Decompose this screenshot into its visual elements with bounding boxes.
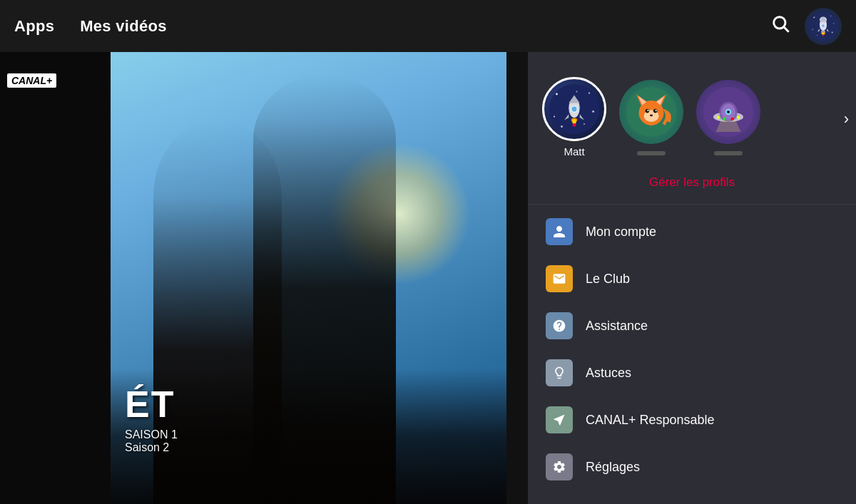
astuces-label: Astuces bbox=[586, 366, 631, 381]
svg-point-22 bbox=[592, 110, 594, 113]
svg-point-33 bbox=[572, 119, 576, 124]
menu-item-mon-compte[interactable]: Mon compte bbox=[528, 208, 856, 255]
nav-apps[interactable]: Apps bbox=[14, 17, 54, 36]
svg-point-24 bbox=[584, 123, 585, 125]
canal-logo-area: CANAL+ bbox=[7, 73, 56, 88]
dropdown-panel: Matt bbox=[528, 52, 856, 504]
svg-point-46 bbox=[650, 114, 653, 116]
svg-point-4 bbox=[830, 15, 831, 16]
svg-point-7 bbox=[832, 31, 833, 33]
manage-profiles-button[interactable]: Gérer les profils bbox=[528, 168, 856, 205]
movie-season-2: Saison 2 bbox=[125, 441, 178, 454]
svg-point-34 bbox=[573, 123, 576, 127]
profiles-more-arrow[interactable]: › bbox=[844, 110, 849, 128]
svg-point-56 bbox=[737, 115, 740, 118]
main-content: CANAL+ bbox=[0, 52, 856, 504]
search-button[interactable] bbox=[770, 14, 790, 38]
profile-matt[interactable]: Matt bbox=[542, 77, 606, 158]
svg-point-45 bbox=[656, 109, 657, 110]
movie-title-partial: ÉT bbox=[125, 386, 178, 423]
svg-point-54 bbox=[723, 117, 725, 120]
menu-item-le-club[interactable]: Le Club bbox=[528, 255, 856, 302]
svg-point-21 bbox=[588, 93, 590, 94]
nav-mes-videos[interactable]: Mes vidéos bbox=[80, 17, 167, 36]
avatar-alien-inner bbox=[696, 80, 760, 144]
menu-item-astuces[interactable]: Astuces bbox=[528, 349, 856, 396]
svg-point-0 bbox=[774, 17, 785, 29]
svg-point-43 bbox=[653, 108, 658, 113]
svg-point-29 bbox=[571, 106, 577, 112]
svg-point-3 bbox=[814, 16, 815, 18]
profile-fox[interactable] bbox=[619, 80, 683, 155]
svg-point-53 bbox=[717, 115, 720, 118]
svg-point-5 bbox=[833, 23, 834, 24]
svg-point-44 bbox=[647, 109, 648, 110]
left-sidebar: CANAL+ bbox=[0, 52, 111, 504]
svg-point-58 bbox=[727, 110, 730, 113]
reglages-label: Réglages bbox=[586, 460, 640, 475]
movie-background: ÉT SAISON 1 Saison 2 bbox=[111, 52, 506, 504]
avatar-fox-inner bbox=[619, 80, 683, 144]
astuces-icon bbox=[546, 359, 573, 386]
assistance-icon bbox=[546, 312, 573, 339]
avatar-rocket-inner bbox=[544, 79, 604, 139]
assistance-label: Assistance bbox=[586, 319, 648, 334]
svg-line-1 bbox=[784, 27, 788, 31]
profile-dots-fox bbox=[637, 151, 666, 155]
svg-point-26 bbox=[576, 91, 577, 92]
menu-item-assistance[interactable]: Assistance bbox=[528, 302, 856, 349]
svg-point-42 bbox=[646, 108, 650, 113]
profile-name-matt: Matt bbox=[564, 145, 584, 158]
profile-avatar-alien bbox=[696, 80, 760, 144]
mon-compte-label: Mon compte bbox=[586, 225, 656, 240]
profiles-section: Matt bbox=[528, 70, 856, 168]
svg-point-8 bbox=[817, 34, 817, 35]
reglages-icon bbox=[546, 453, 573, 480]
movie-card[interactable]: ÉT SAISON 1 Saison 2 bbox=[111, 52, 506, 504]
movie-text-overlay: ÉT SAISON 1 Saison 2 bbox=[111, 379, 192, 461]
canal-responsable-icon bbox=[546, 406, 573, 433]
canal-responsable-label: CANAL+ Responsable bbox=[586, 413, 715, 428]
svg-point-12 bbox=[822, 24, 825, 27]
menu-item-reglages[interactable]: Réglages bbox=[528, 443, 856, 490]
svg-point-18 bbox=[822, 34, 825, 36]
movie-season-1: SAISON 1 bbox=[125, 428, 178, 441]
svg-point-23 bbox=[554, 115, 555, 117]
svg-point-6 bbox=[812, 29, 813, 29]
header: Apps Mes vidéos bbox=[0, 0, 856, 52]
canal-logo: CANAL+ bbox=[7, 73, 56, 88]
svg-point-25 bbox=[561, 125, 563, 128]
svg-point-55 bbox=[731, 117, 734, 120]
profile-dots-alien bbox=[714, 151, 743, 155]
svg-point-20 bbox=[556, 93, 558, 96]
profile-avatar-matt bbox=[542, 77, 606, 141]
svg-rect-17 bbox=[821, 31, 825, 32]
mon-compte-icon bbox=[546, 218, 573, 245]
profile-avatar-fox bbox=[619, 80, 683, 144]
le-club-icon bbox=[546, 265, 573, 292]
le-club-label: Le Club bbox=[586, 272, 630, 287]
profile-alien[interactable] bbox=[696, 80, 760, 155]
user-avatar[interactable] bbox=[805, 8, 842, 45]
menu-item-canal-responsable[interactable]: CANAL+ Responsable bbox=[528, 396, 856, 443]
